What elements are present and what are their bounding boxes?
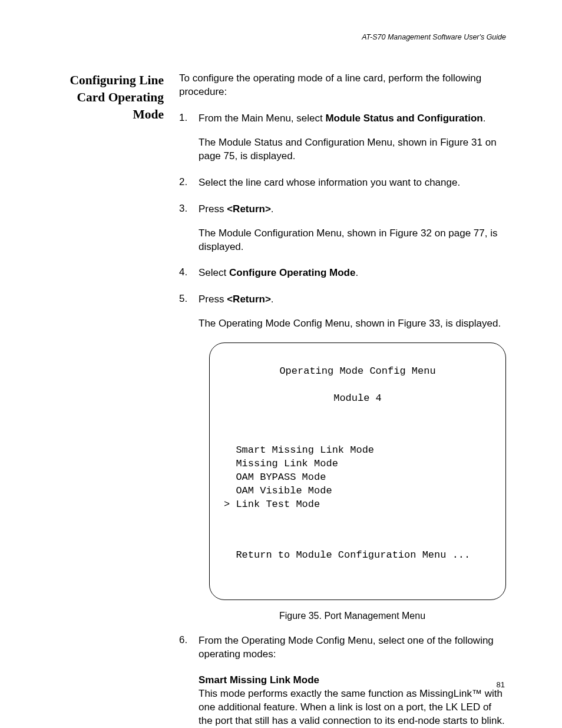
menu-item-oam-bypass: OAM BYPASS Mode [224, 471, 491, 485]
section-heading: Configuring Line Card OperatingMode [70, 72, 164, 728]
mode-smart-missing-link: Smart Missing Link Mode This mode perfor… [199, 674, 506, 728]
step-bold: <Return> [227, 203, 271, 215]
running-header: AT-S70 Management Software User's Guide [70, 33, 506, 41]
menu-item-oam-visible: OAM Visible Mode [224, 485, 491, 498]
step-text: From the Operating Mode Config Menu, sel… [199, 634, 506, 661]
step-6: From the Operating Mode Config Menu, sel… [179, 634, 506, 728]
menu-item-missing-link: Missing Link Mode [224, 457, 491, 471]
main-content: To configure the operating mode of a lin… [179, 72, 506, 728]
step-2: Select the line card whose information y… [179, 176, 506, 190]
step-text: Press [199, 294, 227, 305]
mode-title: Smart Missing Link Mode [199, 674, 506, 686]
menu-title-line-1: Operating Mode Config Menu [224, 365, 491, 378]
step-followup: The Module Configuration Menu, shown in … [199, 227, 506, 254]
menu-title-line-2: Module 4 [224, 392, 491, 406]
step-5: Press <Return>. The Operating Mode Confi… [179, 293, 506, 621]
menu-item-smart-missing-link: Smart Missing Link Mode [224, 444, 491, 457]
menu-item-link-test-selected: > Link Test Mode [224, 498, 491, 512]
step-text: . [355, 267, 358, 278]
step-3: Press <Return>. The Module Configuration… [179, 203, 506, 254]
step-bold: Module Status and Configuration [325, 113, 482, 124]
step-text: Select [199, 267, 229, 278]
step-followup: The Module Status and Configuration Menu… [199, 136, 506, 163]
step-4: Select Configure Operating Mode. [179, 266, 506, 280]
intro-paragraph: To configure the operating mode of a lin… [179, 72, 506, 99]
step-text: . [271, 203, 274, 215]
procedure-list: From the Main Menu, select Module Status… [179, 112, 506, 728]
mode-description: This mode performs exactly the same func… [199, 687, 506, 728]
page-number: 81 [497, 680, 505, 689]
step-text: From the Main Menu, select [199, 113, 325, 124]
terminal-menu: Operating Mode Config Menu Module 4 Smar… [209, 342, 506, 600]
page-body: Configuring Line Card OperatingMode To c… [70, 72, 506, 728]
step-followup: The Operating Mode Config Menu, shown in… [199, 317, 506, 331]
step-bold: <Return> [227, 294, 271, 305]
step-text: . [483, 113, 486, 124]
menu-return-option: Return to Module Configuration Menu ... [224, 549, 491, 562]
step-text: Press [199, 203, 227, 215]
step-text: . [271, 294, 274, 305]
figure-caption: Figure 35. Port Management Menu [199, 611, 506, 621]
step-bold: Configure Operating Mode [229, 267, 355, 278]
step-1: From the Main Menu, select Module Status… [179, 112, 506, 163]
step-text: Select the line card whose information y… [199, 176, 506, 190]
